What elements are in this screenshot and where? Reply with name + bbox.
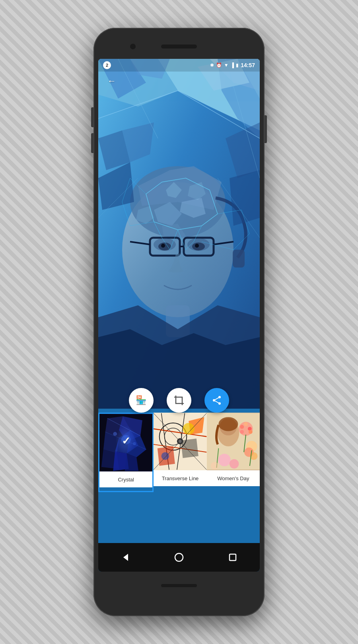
svg-rect-102	[230, 554, 236, 561]
volume-down-button[interactable]	[91, 133, 93, 153]
clock: 14:57	[241, 62, 255, 68]
power-button[interactable]	[265, 115, 267, 143]
bottom-navigation	[98, 543, 260, 572]
svg-point-101	[175, 553, 183, 561]
style-filter-strip: ✓ Crystal	[98, 413, 260, 572]
signal-icon: ▐	[231, 62, 234, 68]
action-buttons-row: 🏪	[98, 388, 260, 413]
svg-point-89	[240, 430, 244, 434]
womensday-thumbnail	[207, 413, 260, 470]
bluetooth-icon: ✱	[210, 62, 214, 68]
share-icon	[212, 395, 222, 405]
crop-icon	[174, 395, 184, 405]
svg-line-49	[214, 400, 220, 403]
back-arrow-icon: ←	[107, 76, 116, 86]
womens-day-label: Women's Day	[207, 470, 260, 486]
transverse-thumbnail	[154, 413, 206, 470]
svg-point-60	[113, 432, 117, 436]
bottom-speaker	[161, 584, 197, 587]
phone-top-bar	[98, 35, 260, 59]
crystal-label: Crystal	[99, 471, 152, 487]
style-item-crystal[interactable]: ✓ Crystal	[98, 413, 154, 492]
svg-rect-27	[233, 250, 245, 268]
phone-bottom-bar	[98, 572, 260, 596]
back-nav-icon	[120, 552, 130, 563]
recents-nav-icon	[228, 552, 238, 563]
back-nav-button[interactable]	[117, 549, 133, 565]
svg-point-98	[230, 459, 239, 469]
recents-nav-button[interactable]	[225, 549, 241, 565]
wifi-icon: ▼	[224, 62, 229, 68]
svg-marker-32	[230, 170, 260, 226]
volume-up-button[interactable]	[91, 107, 93, 127]
store-icon: 🏪	[136, 395, 146, 405]
svg-point-24	[161, 244, 165, 248]
front-camera	[130, 44, 136, 49]
main-photo-area	[98, 59, 260, 409]
transverse-line-label: Transverse Line	[154, 470, 206, 486]
svg-point-74	[183, 423, 195, 435]
selected-checkmark: ✓	[119, 434, 133, 448]
svg-point-97	[218, 454, 230, 466]
status-bar: 2 ✱ ⏰ ▼ ▐ ▮ 14:57	[98, 59, 260, 72]
battery-icon: ▮	[236, 62, 239, 68]
portrait-svg	[98, 59, 260, 409]
svg-point-83	[218, 417, 238, 431]
crop-button[interactable]	[167, 388, 191, 413]
notification-badge: 2	[103, 61, 111, 69]
svg-point-61	[133, 442, 136, 445]
home-nav-icon	[174, 552, 184, 563]
style-item-womens-day[interactable]: Women's Day	[207, 413, 260, 492]
earpiece-speaker	[161, 45, 197, 48]
store-button[interactable]: 🏪	[129, 388, 154, 413]
svg-point-25	[195, 244, 199, 248]
svg-line-48	[214, 397, 220, 400]
alarm-icon: ⏰	[216, 62, 222, 68]
home-nav-button[interactable]	[171, 549, 187, 565]
svg-point-86	[240, 425, 244, 429]
status-left: 2	[103, 61, 111, 69]
svg-marker-100	[123, 554, 128, 561]
share-button[interactable]	[204, 388, 229, 413]
svg-point-87	[244, 422, 248, 426]
svg-point-99	[210, 462, 218, 470]
svg-point-79	[179, 440, 182, 443]
back-button[interactable]: ←	[105, 74, 119, 88]
svg-point-88	[249, 430, 253, 434]
style-thumbnails-row: ✓ Crystal	[98, 413, 260, 492]
phone-screen: 2 ✱ ⏰ ▼ ▐ ▮ 14:57	[98, 59, 260, 572]
svg-rect-44	[176, 397, 182, 403]
style-item-transverse-line[interactable]: Transverse Line	[154, 413, 206, 492]
svg-marker-73	[181, 438, 198, 458]
status-right: ✱ ⏰ ▼ ▐ ▮ 14:57	[210, 62, 255, 68]
phone-device: 2 ✱ ⏰ ▼ ▐ ▮ 14:57	[93, 28, 265, 616]
crystal-thumbnail: ✓	[99, 414, 152, 471]
svg-point-75	[161, 452, 169, 460]
